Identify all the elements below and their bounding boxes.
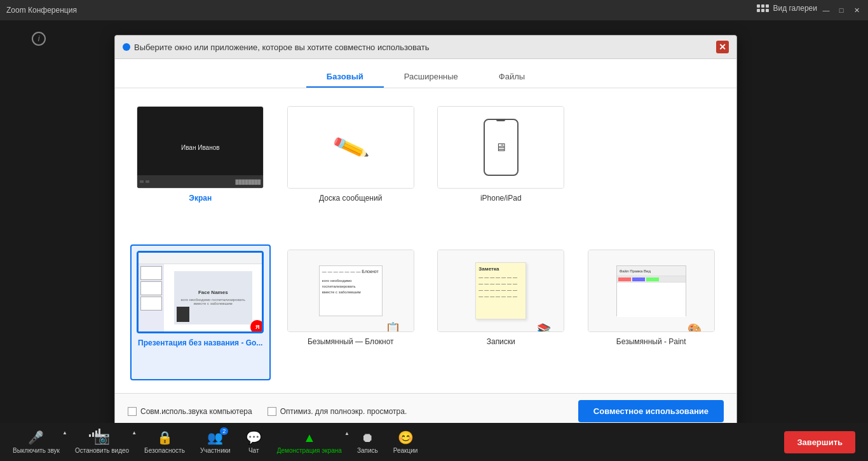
chat-icon: 💬 [246, 430, 262, 445]
grid-item-notes[interactable]: Заметка — — — — — — — — — — — — — — — — … [431, 244, 571, 380]
toolbar-video[interactable]: 📷 Остановить видео ▲ [75, 430, 129, 454]
video-label: Остановить видео [75, 447, 129, 454]
share-dialog: Выберите окно или приложение, которое вы… [114, 35, 737, 429]
share-chevron: ▲ [344, 431, 349, 436]
screen-user-name: Иван Иванов [181, 144, 220, 151]
whiteboard-label: Доска сообщений [319, 194, 382, 203]
dialog-title-text: Выберите окно или приложение, которое вы… [123, 43, 430, 52]
optimize-checkbox-label: Оптимиз. для полноэкр. просмотра. [280, 407, 407, 416]
iphone-label: iPhone/iPad [480, 194, 522, 203]
grid-item-screen[interactable]: Иван Иванов ████████ Экран [130, 101, 271, 234]
participants-label: Участники [200, 447, 231, 454]
notepad-label: Безымянный — Блокнот [308, 337, 394, 346]
toolbar-participants[interactable]: 👥 2 Участники [200, 430, 231, 454]
pencil-icon: ✏️ [330, 128, 370, 166]
zoom-logo-dot [123, 43, 130, 51]
grid-item-iphone[interactable]: 🖥 iPhone/iPad [431, 101, 571, 234]
title-bar-controls: — □ ✕ [821, 5, 862, 15]
grid-item-empty [581, 101, 722, 234]
minimize-button[interactable]: — [821, 5, 831, 15]
audio-checkbox[interactable] [128, 407, 137, 416]
checkbox-group: Совм.исполь.звука компьютера Оптимиз. дл… [128, 407, 407, 416]
share-icon: ▲ [303, 431, 316, 445]
bottom-toolbar: 🎤 Выключить звук ▲ 📷 Остановить видео ▲ … [0, 423, 868, 461]
end-call-button[interactable]: Завершить [784, 431, 855, 453]
notes-content: Заметка — — — — — — — — — — — — — — — — … [475, 262, 526, 319]
grid-item-slides[interactable]: Face Names кого необходимо госпитализиро… [130, 244, 271, 380]
notes-label: Записки [487, 337, 515, 346]
title-bar-left: Zoom Конференция [6, 6, 77, 15]
grid-item-whiteboard[interactable]: ✏️ Доска сообщений [281, 101, 421, 234]
share-label: Демонстрация экрана [277, 447, 342, 454]
tab-basic[interactable]: Базовый [306, 67, 384, 88]
toolbar-share[interactable]: ▲ Демонстрация экрана ▲ [277, 431, 342, 454]
toolbar-security[interactable]: 🔒 Безопасность [144, 430, 185, 454]
iphone-thumbnail: 🖥 [437, 106, 564, 189]
optimize-checkbox-item: Оптимиз. для полноэкр. просмотра. [268, 407, 407, 416]
signal-indicator [89, 427, 100, 437]
paint-thumbnail: Файл Правка Вид 🎨 [588, 250, 715, 332]
paint-label: Безымянный - Paint [616, 337, 686, 346]
audio-checkbox-label: Совм.исполь.звука компьютера [140, 407, 252, 416]
tab-files[interactable]: Файлы [478, 67, 545, 88]
yandex-badge: Я [250, 320, 264, 333]
reactions-icon: 😊 [398, 430, 414, 445]
screen-label: Экран [189, 194, 212, 203]
audio-label: Выключить звук [13, 447, 60, 454]
slides-label: Презентация без названия - Go... [138, 338, 262, 347]
toolbar-chat[interactable]: 💬 Чат [246, 430, 262, 454]
security-icon: 🔒 [157, 430, 173, 445]
dialog-title-bar: Выберите окно или приложение, которое вы… [115, 36, 736, 59]
record-icon: ⏺ [361, 431, 374, 445]
dialog-close-button[interactable]: ✕ [716, 41, 729, 53]
gallery-view-label: Вид галереи [773, 4, 817, 13]
slides-thumbnail: Face Names кого необходимо госпитализиро… [137, 251, 264, 333]
audio-chevron: ▲ [62, 430, 67, 436]
toolbar-record[interactable]: ⏺ Запись [357, 431, 378, 454]
audio-icon: 🎤 [28, 430, 44, 445]
title-bar: Zoom Конференция — □ ✕ [0, 0, 868, 20]
maximize-button[interactable]: □ [836, 5, 846, 15]
optimize-checkbox[interactable] [268, 407, 276, 416]
participants-badge: 2 [220, 427, 228, 435]
audio-checkbox-item: Совм.исполь.звука компьютера [128, 407, 252, 416]
toolbar-reactions[interactable]: 😊 Реакции [393, 430, 418, 454]
reactions-label: Реакции [393, 447, 418, 454]
dialog-title: Выберите окно или приложение, которое вы… [134, 43, 430, 52]
gallery-icon [757, 4, 769, 12]
iphone-shape: 🖥 [484, 119, 519, 176]
gallery-view-button[interactable]: Вид галереи [757, 4, 817, 13]
record-label: Запись [357, 447, 378, 454]
chat-label: Чат [248, 447, 259, 454]
screen-thumbnail: Иван Иванов ████████ [137, 106, 264, 189]
grid-item-notepad[interactable]: — — — — — — — Блокнот кого необходимо го… [281, 244, 421, 380]
notes-thumbnail: Заметка — — — — — — — — — — — — — — — — … [437, 250, 564, 332]
toolbar-audio[interactable]: 🎤 Выключить звук ▲ [13, 430, 60, 454]
info-button[interactable]: i [32, 32, 46, 46]
screen-mirror-icon: 🖥 [495, 141, 506, 154]
security-label: Безопасность [144, 447, 185, 454]
grid-item-paint[interactable]: Файл Правка Вид 🎨 [581, 244, 722, 380]
tab-bar: Базовый Расширенные Файлы [115, 59, 736, 88]
whiteboard-thumbnail: ✏️ [287, 106, 414, 189]
close-button[interactable]: ✕ [851, 5, 862, 15]
notepad-thumbnail: — — — — — — — Блокнот кого необходимо го… [287, 250, 414, 332]
app-title: Zoom Конференция [6, 6, 77, 15]
video-chevron: ▲ [132, 430, 137, 436]
share-button[interactable]: Совместное использование [578, 400, 724, 422]
tab-advanced[interactable]: Расширенные [384, 67, 478, 88]
toolbar-left-items: 🎤 Выключить звук ▲ 📷 Остановить видео ▲ … [13, 430, 417, 454]
share-options-grid: Иван Иванов ████████ Экран ✏️ [115, 88, 736, 393]
